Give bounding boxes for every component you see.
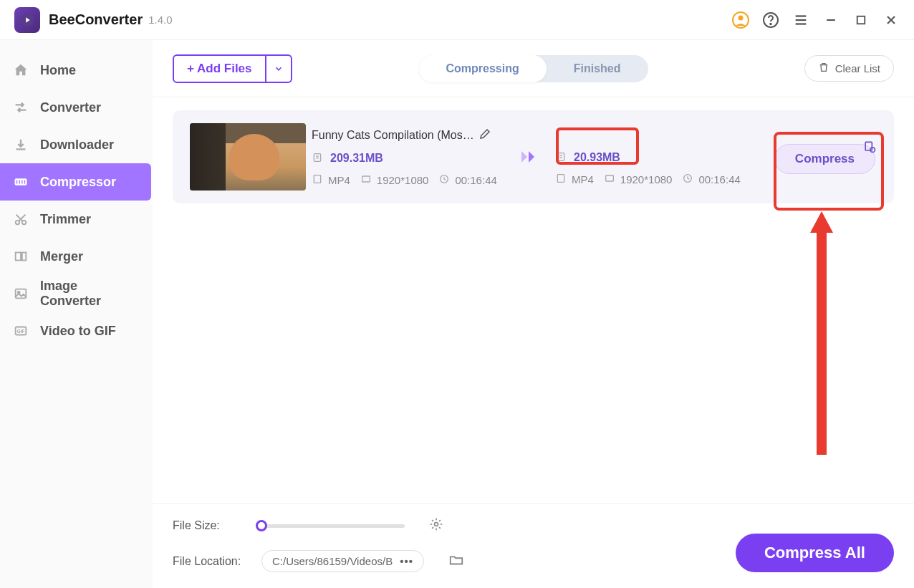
content-area: + Add Files Compressing Finished Clear L… (153, 40, 914, 588)
compress-all-button[interactable]: Compress All (736, 534, 894, 572)
sidebar-item-trimmer[interactable]: Trimmer (0, 201, 153, 238)
resolution-icon (360, 173, 373, 186)
sidebar-label: Trimmer (40, 212, 91, 227)
svg-rect-31 (606, 175, 614, 181)
file-info-target: 20.93MB MP4 1920*1080 00:16:44 (555, 128, 741, 185)
source-format: MP4 (328, 174, 350, 186)
sidebar-item-converter[interactable]: Converter (0, 89, 153, 126)
sidebar-item-downloader[interactable]: Downloader (0, 126, 153, 163)
svg-point-35 (435, 523, 438, 526)
minimize-icon[interactable] (822, 11, 840, 29)
svg-rect-17 (16, 289, 27, 299)
gear-icon[interactable] (429, 517, 443, 534)
folder-icon[interactable] (448, 552, 464, 571)
sidebar-item-compressor[interactable]: Compressor (0, 163, 151, 201)
maximize-icon[interactable] (852, 11, 870, 29)
image-icon (13, 286, 29, 302)
sidebar: Home Converter Downloader Compressor Tri… (0, 40, 153, 588)
sidebar-item-image-converter[interactable]: Image Converter (0, 275, 153, 312)
svg-rect-16 (22, 253, 27, 261)
clear-list-label: Clear List (835, 62, 880, 74)
svg-text:GIF: GIF (17, 329, 25, 334)
more-icon[interactable]: ••• (400, 555, 413, 567)
app-version: 1.4.0 (148, 14, 172, 26)
sidebar-item-video-to-gif[interactable]: GIF Video to GIF (0, 312, 153, 350)
video-thumbnail[interactable] (190, 123, 306, 191)
trimmer-icon (13, 211, 29, 227)
sidebar-label: Image Converter (40, 279, 140, 309)
svg-point-2 (739, 15, 744, 20)
download-icon (13, 137, 29, 153)
format-icon (555, 173, 568, 185)
svg-rect-9 (857, 16, 865, 24)
svg-point-4 (770, 23, 771, 24)
svg-point-34 (870, 148, 875, 153)
add-files-button[interactable]: + Add Files (173, 54, 292, 83)
target-resolution: 1920*1080 (620, 173, 673, 185)
file-info-source: Funny Cats Compilation (Mos… 209.31MB MP… (312, 127, 514, 186)
format-icon (312, 173, 324, 186)
file-icon (555, 151, 568, 164)
edit-icon[interactable] (478, 127, 491, 143)
app-logo (14, 7, 40, 33)
card-actions: Compress (774, 140, 877, 174)
action-bar: + Add Files Compressing Finished Clear L… (153, 40, 914, 97)
home-icon (13, 62, 29, 78)
sidebar-label: Converter (40, 100, 101, 115)
clock-icon (682, 173, 695, 185)
svg-rect-30 (557, 175, 564, 183)
source-resolution: 1920*1080 (377, 174, 429, 186)
gif-icon: GIF (13, 323, 29, 339)
clock-icon (438, 173, 451, 186)
svg-rect-25 (362, 176, 370, 182)
file-location-input[interactable]: C:/Users/86159/Videos/B ••• (261, 550, 424, 572)
source-duration: 00:16:44 (455, 174, 496, 186)
sidebar-label: Home (40, 63, 76, 78)
bottom-bar: File Size: File Location: C:/Users/86159… (153, 503, 914, 588)
sidebar-item-merger[interactable]: Merger (0, 238, 153, 275)
app-name: BeeConverter (49, 11, 143, 28)
menu-icon[interactable] (792, 11, 809, 29)
tab-switcher: Compressing Finished (418, 55, 648, 82)
target-format: MP4 (572, 173, 594, 185)
help-icon[interactable] (762, 11, 779, 29)
compressor-icon (13, 174, 29, 190)
sidebar-label: Downloader (40, 138, 114, 153)
file-card: Funny Cats Compilation (Mos… 209.31MB MP… (173, 110, 894, 203)
sidebar-label: Compressor (40, 175, 116, 190)
compress-button[interactable]: Compress (774, 144, 875, 174)
target-file-size: 20.93MB (574, 151, 620, 164)
arrow-icon (514, 148, 549, 165)
add-files-dropdown[interactable] (265, 56, 291, 82)
file-list: Funny Cats Compilation (Mos… 209.31MB MP… (153, 97, 914, 503)
svg-rect-24 (314, 175, 320, 183)
file-title: Funny Cats Compilation (Mos… (312, 129, 474, 142)
titlebar: BeeConverter 1.4.0 (0, 0, 914, 40)
file-size-slider[interactable] (261, 524, 405, 528)
file-icon (312, 152, 324, 165)
resolution-icon (604, 173, 617, 185)
svg-rect-15 (16, 253, 21, 261)
close-icon[interactable] (882, 11, 900, 29)
source-file-size: 209.31MB (330, 152, 383, 165)
svg-rect-33 (865, 142, 872, 150)
target-duration: 00:16:44 (698, 173, 740, 185)
add-files-main[interactable]: + Add Files (174, 56, 265, 82)
trash-icon (818, 62, 829, 75)
settings-icon[interactable] (862, 140, 877, 157)
file-location-label: File Location: (173, 555, 244, 568)
converter-icon (13, 100, 29, 115)
tab-compressing[interactable]: Compressing (418, 55, 546, 82)
sidebar-item-home[interactable]: Home (0, 52, 153, 89)
sidebar-label: Video to GIF (40, 324, 116, 339)
sidebar-label: Merger (40, 249, 83, 264)
user-icon[interactable] (732, 11, 749, 29)
merger-icon (13, 249, 29, 264)
slider-handle[interactable] (256, 520, 267, 531)
file-size-label: File Size: (173, 519, 244, 532)
location-path: C:/Users/86159/Videos/B (272, 555, 393, 567)
clear-list-button[interactable]: Clear List (804, 55, 894, 82)
tab-finished[interactable]: Finished (547, 55, 648, 82)
